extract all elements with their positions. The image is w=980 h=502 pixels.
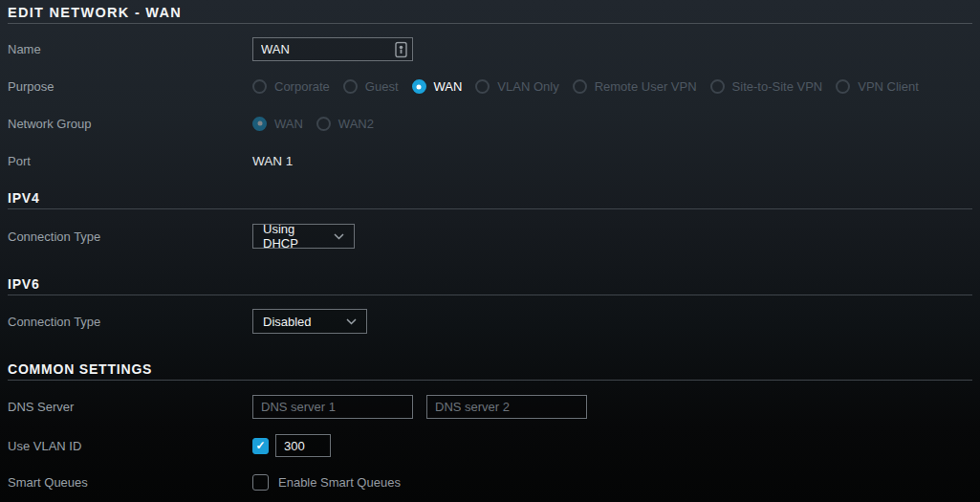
dns-server-1-input[interactable] [252, 395, 413, 419]
purpose-label: Purpose [8, 79, 252, 94]
ipv6-connection-type-select[interactable]: Disabled [252, 309, 367, 334]
purpose-row: Purpose Corporate Guest WAN VLAN Only Re… [8, 69, 972, 104]
purpose-option-wan[interactable]: WAN [412, 79, 463, 94]
radio-icon [475, 79, 490, 94]
ipv6-connection-type-row: Connection Type Disabled [8, 295, 972, 347]
network-group-option-wan: WAN [252, 117, 303, 131]
ipv6-connection-type-value: Disabled [263, 315, 337, 329]
page-title: EDIT NETWORK - WAN [8, 0, 972, 20]
purpose-option-guest: Guest [343, 79, 399, 94]
dns-server-label: DNS Server [8, 400, 252, 414]
purpose-radio-group: Corporate Guest WAN VLAN Only Remote Use… [252, 79, 919, 94]
common-settings-heading: COMMON SETTINGS [8, 361, 972, 377]
purpose-option-vpn-client: VPN Client [836, 79, 919, 94]
smart-queues-checkbox-label: Enable Smart Queues [278, 475, 401, 490]
radio-icon [710, 79, 725, 94]
ipv4-connection-type-label: Connection Type [8, 229, 252, 244]
edit-network-panel: EDIT NETWORK - WAN Name Purpose Corporat… [0, 0, 980, 502]
port-value: WAN 1 [252, 154, 293, 168]
purpose-option-site-to-site-vpn: Site-to-Site VPN [710, 79, 823, 94]
radio-selected-icon[interactable] [412, 79, 426, 94]
smart-queues-checkbox[interactable] [252, 474, 269, 491]
ipv4-section-heading: IPV4 [8, 190, 972, 206]
purpose-option-vlan-only: VLAN Only [475, 79, 558, 94]
ipv4-connection-type-row: Connection Type Using DHCP [8, 209, 972, 263]
smart-queues-label: Smart Queues [8, 475, 252, 490]
port-label: Port [8, 154, 252, 168]
purpose-option-corporate: Corporate [252, 79, 330, 94]
ipv6-connection-type-label: Connection Type [8, 315, 252, 329]
name-input-wrap [252, 37, 413, 61]
radio-icon [252, 79, 267, 94]
dns-server-row: DNS Server [8, 381, 972, 432]
purpose-option-remote-user-vpn: Remote User VPN [573, 79, 697, 94]
radio-icon [836, 79, 850, 94]
radio-icon [316, 117, 331, 131]
network-group-option-wan2: WAN2 [316, 117, 374, 131]
title-divider [8, 23, 972, 24]
use-vlan-id-label: Use VLAN ID [8, 439, 252, 453]
radio-icon [343, 79, 358, 94]
smart-queues-row: Smart Queues Enable Smart Queues [8, 459, 972, 502]
chevron-down-icon [346, 318, 357, 325]
dns-server-2-input[interactable] [426, 395, 587, 419]
vlan-checkbox-check-icon[interactable] [252, 438, 269, 454]
ipv6-section-heading: IPV6 [8, 276, 972, 292]
chevron-down-icon [334, 233, 344, 240]
autofill-icon [395, 41, 407, 57]
network-group-row: Network Group WAN WAN2 [8, 104, 972, 142]
name-label: Name [8, 42, 252, 56]
network-group-label: Network Group [8, 117, 252, 131]
radio-selected-icon [252, 117, 267, 131]
use-vlan-id-row: Use VLAN ID [8, 432, 972, 459]
network-group-radio-group: WAN WAN2 [252, 117, 374, 131]
name-row: Name [8, 30, 972, 69]
radio-icon [573, 79, 587, 94]
name-input[interactable] [252, 37, 413, 61]
ipv4-connection-type-value: Using DHCP [263, 222, 324, 251]
vlan-id-input[interactable] [275, 434, 331, 457]
ipv4-connection-type-select[interactable]: Using DHCP [252, 224, 355, 249]
port-row: Port WAN 1 [8, 142, 972, 179]
